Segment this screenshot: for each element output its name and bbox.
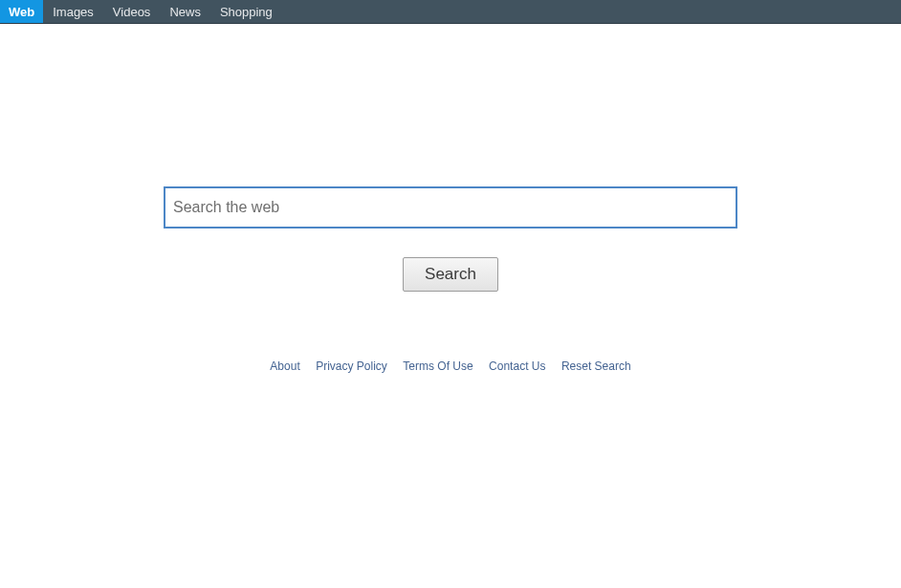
- nav-tab-images[interactable]: Images: [43, 0, 103, 23]
- search-button-container: Search: [403, 257, 498, 292]
- nav-tab-news[interactable]: News: [160, 0, 210, 23]
- nav-tab-videos[interactable]: Videos: [103, 0, 161, 23]
- top-nav: Web Images Videos News Shopping: [0, 0, 901, 24]
- footer-link-privacy-policy[interactable]: Privacy Policy: [316, 359, 387, 373]
- footer-link-reset-search[interactable]: Reset Search: [561, 359, 631, 373]
- nav-tab-shopping[interactable]: Shopping: [210, 0, 282, 23]
- footer-link-contact-us[interactable]: Contact Us: [489, 359, 545, 373]
- footer-link-about[interactable]: About: [270, 359, 299, 373]
- nav-tab-web[interactable]: Web: [0, 0, 43, 23]
- search-button[interactable]: Search: [403, 257, 498, 292]
- search-container: Search: [0, 186, 901, 292]
- search-input[interactable]: [164, 186, 737, 229]
- footer-link-terms-of-use[interactable]: Terms Of Use: [403, 359, 472, 373]
- main-content: Search About Privacy Policy Terms Of Use…: [0, 186, 901, 374]
- footer-links: About Privacy Policy Terms Of Use Contac…: [0, 357, 901, 374]
